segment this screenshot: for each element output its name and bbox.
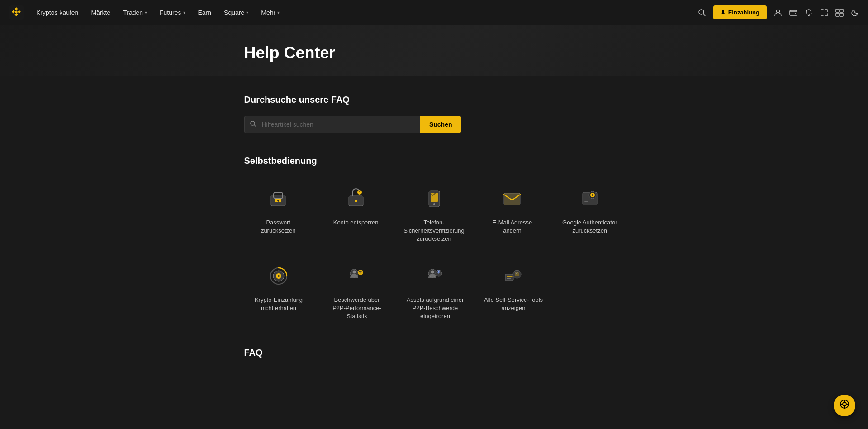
self-service-heading: Selbstbedienung — [244, 156, 624, 166]
service-label-unlock-account: Konto entsperren — [333, 219, 379, 227]
nav-link-kryptos[interactable]: Kryptos kaufen — [36, 9, 78, 16]
search-icon[interactable] — [698, 9, 706, 17]
dark-mode-icon[interactable] — [851, 9, 859, 17]
service-item-password-reset[interactable]: Passwort zurücksetzen — [244, 180, 313, 248]
page-title: Help Center — [244, 43, 624, 62]
faq-search-section: Durchsuche unsere FAQ Suchen — [244, 95, 624, 133]
bell-icon[interactable] — [805, 9, 813, 17]
service-label-all-tools: Alle Self-Service-Tools anzeigen — [484, 296, 544, 312]
faq-heading: Durchsuche unsere FAQ — [244, 95, 624, 105]
search-input-wrapper — [244, 116, 420, 133]
svg-rect-6 — [836, 9, 839, 12]
svg-point-24 — [433, 203, 435, 205]
service-item-email-change[interactable]: E-Mail Adresse ändern — [478, 180, 546, 248]
service-label-crypto-deposit: Krypto-Einzahlung nicht erhalten — [249, 296, 309, 312]
navbar: Kryptos kaufen Märkte Traden ▾ Futures ▾… — [0, 0, 868, 25]
service-item-crypto-deposit[interactable]: Krypto-Einzahlung nicht erhalten — [244, 257, 313, 325]
square-chevron-icon: ▾ — [246, 10, 248, 15]
support-float-button[interactable] — [834, 395, 855, 416]
service-label-p2p-complaint: Beschwerde über P2P-Performance-Statisti… — [327, 296, 387, 321]
grid-icon[interactable] — [835, 9, 844, 17]
service-label-p2p-frozen: Assets aufgrund einer P2P-Beschwerde ein… — [405, 296, 465, 321]
search-bar: Suchen — [244, 116, 461, 133]
svg-rect-26 — [504, 193, 520, 205]
service-label-phone-verify: Telefon-Sicherheitsverifizierung zurücks… — [403, 219, 464, 243]
svg-rect-4 — [790, 10, 797, 15]
svg-rect-43 — [505, 274, 513, 281]
service-label-password-reset: Passwort zurücksetzen — [249, 219, 308, 235]
wallet-icon[interactable] — [789, 9, 797, 17]
expand-icon[interactable] — [820, 9, 828, 17]
svg-rect-9 — [840, 13, 843, 16]
service-item-google-auth[interactable]: Google Authenticator zurücksetzen — [555, 180, 624, 248]
svg-rect-7 — [840, 9, 843, 12]
service-item-p2p-complaint[interactable]: Beschwerde über P2P-Performance-Statisti… — [323, 257, 392, 325]
deposit-button[interactable]: ⬇ Einzahlung — [713, 5, 767, 19]
search-input[interactable] — [244, 116, 420, 133]
faq-section: FAQ — [244, 348, 624, 358]
svg-point-38 — [353, 270, 356, 273]
svg-point-41 — [431, 270, 434, 273]
svg-line-2 — [703, 14, 705, 16]
service-item-all-tools[interactable]: Alle Self-Service-Tools anzeigen — [479, 257, 548, 325]
user-icon[interactable] — [774, 9, 782, 17]
main-content: Durchsuche unsere FAQ Suchen Selbstbedie… — [217, 76, 651, 376]
svg-point-30 — [592, 194, 593, 196]
nav-link-earn[interactable]: Earn — [198, 9, 212, 16]
unlock-account-icon — [342, 184, 370, 213]
self-service-section: Selbstbedienung Passwort zurücksetzen — [244, 156, 624, 325]
mehr-chevron-icon: ▾ — [277, 10, 280, 15]
nav-link-mehr[interactable]: Mehr ▾ — [261, 9, 280, 16]
search-input-icon — [250, 120, 256, 129]
svg-point-36 — [278, 275, 280, 277]
nav-link-futures[interactable]: Futures ▾ — [160, 9, 185, 16]
svg-point-47 — [843, 402, 846, 406]
futures-chevron-icon: ▾ — [183, 10, 185, 15]
nav-link-square[interactable]: Square ▾ — [224, 9, 248, 16]
deposit-icon: ⬇ — [721, 9, 726, 16]
svg-point-5 — [795, 13, 796, 14]
svg-line-11 — [254, 125, 256, 127]
traden-chevron-icon: ▾ — [145, 10, 147, 15]
binance-logo[interactable] — [9, 5, 24, 20]
service-grid-row1: Passwort zurücksetzen Konto entsperren — [244, 180, 624, 248]
p2p-complaint-icon — [342, 262, 371, 291]
search-button[interactable]: Suchen — [420, 116, 461, 133]
svg-rect-31 — [584, 200, 590, 200]
nav-link-traden[interactable]: Traden ▾ — [123, 9, 147, 16]
nav-link-maerkte[interactable]: Märkte — [91, 9, 110, 16]
p2p-frozen-icon — [421, 262, 450, 291]
support-icon — [840, 399, 849, 412]
phone-verify-icon — [420, 184, 449, 213]
crypto-deposit-icon — [264, 262, 293, 291]
faq-section-heading: FAQ — [244, 348, 624, 358]
all-tools-icon — [499, 262, 528, 291]
hero-section: Help Center — [0, 25, 868, 76]
password-reset-icon — [264, 184, 293, 213]
svg-rect-8 — [836, 13, 839, 16]
service-grid-row2: Krypto-Einzahlung nicht erhalten Beschwe… — [244, 257, 548, 325]
svg-rect-32 — [584, 201, 588, 202]
service-item-unlock-account[interactable]: Konto entsperren — [322, 180, 390, 248]
google-auth-icon — [575, 184, 604, 213]
service-label-google-auth: Google Authenticator zurücksetzen — [560, 219, 619, 235]
email-change-icon — [498, 184, 526, 213]
service-item-p2p-frozen[interactable]: Assets aufgrund einer P2P-Beschwerde ein… — [401, 257, 470, 325]
service-item-phone-verify[interactable]: Telefon-Sicherheitsverifizierung zurücks… — [399, 180, 469, 248]
service-label-email-change: E-Mail Adresse ändern — [483, 219, 542, 235]
